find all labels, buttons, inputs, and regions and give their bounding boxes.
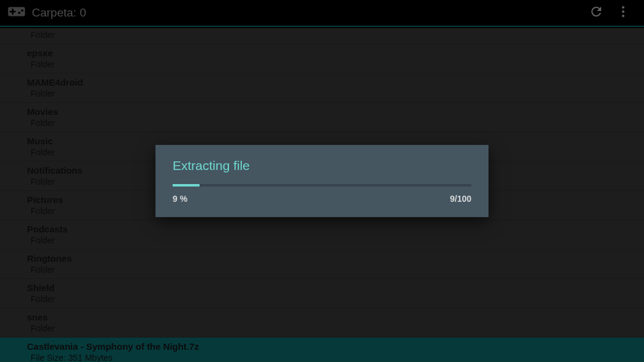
progress-count-label: 9/100 — [450, 194, 471, 204]
progress-fill — [173, 184, 200, 187]
dialog-title: Extracting file — [155, 145, 489, 184]
progress-bar — [173, 184, 471, 187]
extract-progress-dialog: Extracting file 9 % 9/100 — [155, 145, 489, 217]
progress-percent-label: 9 % — [173, 194, 187, 204]
modal-scrim: Extracting file 9 % 9/100 — [0, 0, 644, 362]
